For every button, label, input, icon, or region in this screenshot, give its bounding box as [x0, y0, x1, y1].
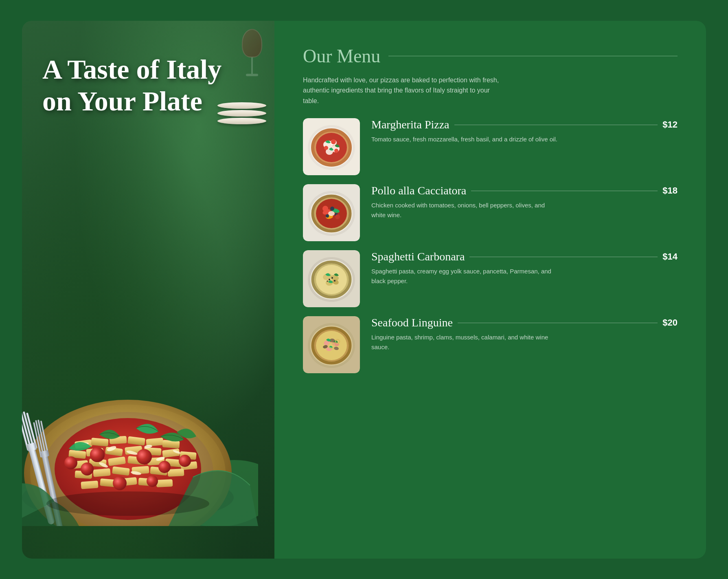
- left-panel: A Taste of Italy on Your Plate: [22, 21, 274, 559]
- svg-point-78: [324, 146, 328, 150]
- menu-items-list: Margherita Pizza $12 Tomato sauce, fresh…: [303, 118, 678, 534]
- item-image-seafood: [303, 316, 360, 373]
- menu-title-divider: [388, 56, 678, 56]
- food-visual-3: [303, 250, 360, 307]
- svg-point-94: [328, 211, 335, 216]
- svg-point-43: [147, 476, 158, 487]
- item-content-carbonara: Spaghetti Carbonara $14 Spaghetti pasta,…: [371, 250, 678, 286]
- svg-rect-7: [91, 438, 108, 447]
- svg-point-44: [64, 456, 77, 469]
- item-content-seafood: Seafood Linguine $20 Linguine pasta, shr…: [371, 316, 678, 352]
- svg-point-107: [334, 280, 335, 282]
- menu-header: Our Menu: [303, 45, 678, 67]
- svg-point-39: [81, 462, 94, 476]
- item-content-pollo: Pollo alla Cacciatora $18 Chicken cooked…: [371, 184, 678, 220]
- svg-point-105: [331, 277, 333, 279]
- food-visual-4: [303, 316, 360, 373]
- svg-point-92: [322, 206, 328, 211]
- svg-rect-27: [93, 468, 110, 477]
- pasta-dish-visual: [22, 290, 274, 526]
- item-content-margherita: Margherita Pizza $12 Tomato sauce, fresh…: [371, 118, 678, 144]
- item-image-margherita: [303, 118, 360, 175]
- right-panel: Our Menu Handcrafted with love, our pizz…: [274, 21, 706, 559]
- svg-point-77: [331, 139, 336, 144]
- item-name-3: Spaghetti Carbonara: [371, 250, 465, 263]
- item-title-row-3: Spaghetti Carbonara $14: [371, 250, 678, 263]
- item-line-1: [454, 125, 658, 125]
- item-line-3: [469, 257, 658, 257]
- menu-item-3: Spaghetti Carbonara $14 Spaghetti pasta,…: [303, 250, 678, 307]
- menu-item: Margherita Pizza $12 Tomato sauce, fresh…: [303, 118, 678, 175]
- item-title-row-1: Margherita Pizza $12: [371, 118, 678, 131]
- svg-point-79: [334, 149, 338, 153]
- item-title-row-4: Seafood Linguine $20: [371, 316, 678, 329]
- menu-title: Our Menu: [303, 45, 380, 67]
- svg-rect-31: [168, 468, 184, 476]
- hero-text-block: A Taste of Italy on Your Plate: [42, 53, 266, 117]
- item-image-pollo: [303, 184, 360, 241]
- svg-rect-32: [81, 480, 98, 489]
- svg-point-42: [113, 476, 127, 490]
- item-price-3: $14: [662, 251, 678, 262]
- item-price-2: $18: [662, 185, 678, 196]
- item-name-1: Margherita Pizza: [371, 118, 450, 131]
- svg-point-45: [179, 455, 191, 467]
- hero-title: A Taste of Italy on Your Plate: [42, 53, 266, 117]
- svg-point-108: [327, 281, 328, 282]
- food-visual-2: [303, 184, 360, 241]
- item-desc-1: Tomato sauce, fresh mozzarella, fresh ba…: [371, 134, 559, 144]
- menu-item-2: Pollo alla Cacciatora $18 Chicken cooked…: [303, 184, 678, 241]
- svg-point-114: [316, 331, 347, 360]
- menu-description: Handcrafted with love, our pizzas are ba…: [303, 75, 507, 106]
- menu-item-4: Seafood Linguine $20 Linguine pasta, shr…: [303, 316, 678, 373]
- svg-point-38: [90, 447, 105, 462]
- item-price-1: $12: [662, 119, 678, 130]
- svg-point-40: [136, 449, 152, 465]
- pasta-svg: [22, 298, 258, 526]
- svg-rect-36: [156, 479, 173, 487]
- food-visual-1: [303, 118, 360, 175]
- item-line-2: [471, 191, 658, 191]
- item-name-4: Seafood Linguine: [371, 316, 453, 329]
- svg-point-106: [329, 279, 330, 280]
- svg-point-89: [330, 207, 334, 211]
- item-name-2: Pollo alla Cacciatora: [371, 184, 466, 197]
- svg-point-100: [316, 265, 347, 294]
- item-price-4: $20: [662, 317, 678, 328]
- svg-point-93: [335, 214, 340, 219]
- item-title-row-2: Pollo alla Cacciatora $18: [371, 184, 678, 197]
- svg-point-91: [326, 214, 329, 218]
- item-desc-2: Chicken cooked with tomatoes, onions, be…: [371, 200, 559, 220]
- main-container: A Taste of Italy on Your Plate: [22, 21, 706, 559]
- item-desc-4: Linguine pasta, shrimp, clams, mussels, …: [371, 332, 559, 352]
- item-image-carbonara: [303, 250, 360, 307]
- svg-point-41: [158, 461, 171, 473]
- item-desc-3: Spaghetti pasta, creamy egg yolk sauce, …: [371, 266, 559, 286]
- svg-point-66: [46, 491, 209, 516]
- item-line-4: [458, 323, 658, 323]
